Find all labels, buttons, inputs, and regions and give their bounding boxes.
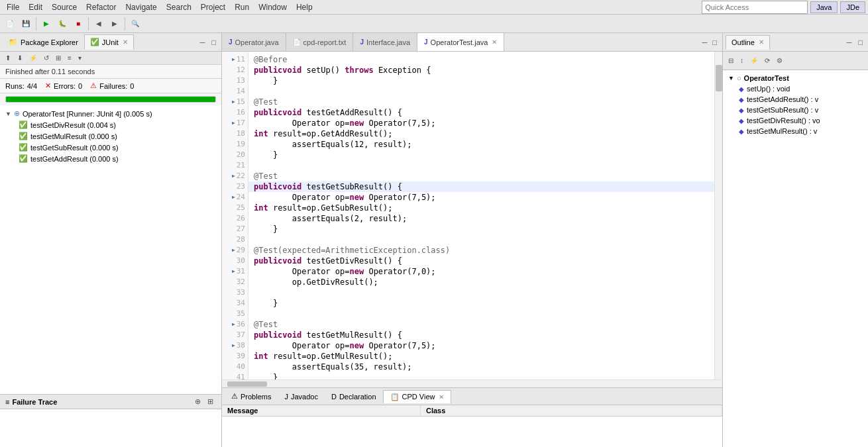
outline-settings-btn[interactable]: ⚙	[774, 56, 785, 66]
junit-menu-btn[interactable]: ▾	[76, 53, 84, 63]
outline-toolbar: ⊟ ↕ ⚡ ⟳ ⚙	[723, 52, 868, 70]
outline-sync-btn[interactable]: ⟳	[762, 56, 773, 66]
junit-test-row-1[interactable]: ✅ testGetMulResult (0.000 s)	[0, 130, 221, 142]
editor-maximize-btn[interactable]: □	[710, 37, 720, 48]
declaration-label: Declaration	[339, 393, 376, 401]
outline-method-1[interactable]: ◆ testGetAddResult() : v	[723, 94, 868, 105]
progress-bar	[6, 97, 215, 102]
outline-label: Outline	[732, 38, 755, 46]
quick-access-input[interactable]	[702, 1, 808, 14]
outline-minimize-btn[interactable]: ─	[844, 37, 855, 48]
code-line-36: @Test	[248, 319, 714, 330]
code-line-13: }	[248, 75, 714, 86]
junit-suite-row[interactable]: ▼ ⊕ OperatorTest [Runner: JUnit 4] (0.00…	[0, 108, 221, 119]
tab-declaration[interactable]: D Declaration	[325, 391, 383, 403]
cpd-view-close-btn[interactable]: ✕	[439, 393, 444, 401]
suite-label: OperatorTest [Runner: JUnit 4] (0.005 s)	[23, 110, 152, 118]
outline-method-2[interactable]: ◆ testGetSubResult() : v	[723, 105, 868, 115]
perspective-java-button[interactable]: Java	[810, 1, 838, 13]
toolbar-separator-3	[125, 17, 125, 30]
debug-button[interactable]: 🐛	[55, 17, 70, 31]
bottom-content: Message Class	[222, 405, 722, 447]
menu-refactor[interactable]: Refactor	[82, 1, 120, 13]
pass-icon-1: ✅	[19, 132, 28, 140]
junit-test-row-2[interactable]: ✅ testGetSubResult (0.000 s)	[0, 142, 221, 153]
operatortest-close-btn[interactable]: ✕	[492, 38, 497, 46]
junit-tree: ▼ ⊕ OperatorTest [Runner: JUnit 4] (0.00…	[0, 105, 221, 394]
scroll-thumb[interactable]	[716, 65, 722, 91]
menu-help[interactable]: Help	[292, 1, 317, 13]
line-num-25: 25	[222, 203, 248, 213]
tab-operator-java[interactable]: J Operator.java	[222, 33, 286, 51]
outline-method-4[interactable]: ◆ testGetMulResult() : v	[723, 126, 868, 136]
right-panel-tabs: Outline ✕ ─ □	[723, 33, 868, 52]
test-label-3: testGetAddResult (0.000 s)	[30, 155, 119, 163]
outline-collapse-all-btn[interactable]: ⊟	[726, 56, 736, 66]
failures-value: 0	[130, 82, 134, 90]
errors-stat: ✕ Errors: 0	[45, 81, 82, 90]
failure-trace-expand-btn[interactable]: ⊞	[205, 396, 216, 407]
outline-class-icon: ○	[737, 74, 741, 82]
right-panel: Outline ✕ ─ □ ⊟ ↕ ⚡ ⟳ ⚙ ▼ ○ OperatorTest	[722, 33, 868, 447]
run-button[interactable]: ▶	[39, 17, 54, 31]
tab-javadoc[interactable]: J Javadoc	[278, 391, 324, 403]
minimize-panel-button[interactable]: ─	[197, 37, 208, 48]
junit-layout-btn[interactable]: ≡	[65, 53, 74, 63]
center-panel: J Operator.java 📄 cpd-report.txt J Inter…	[222, 33, 722, 447]
tab-cpd-report[interactable]: 📄 cpd-report.txt	[286, 33, 354, 51]
tab-operatortest-java[interactable]: J OperatorTest.java ✕	[417, 33, 504, 51]
package-explorer-icon: 📁	[9, 38, 18, 46]
code-line-33	[248, 287, 714, 298]
line-num-13: 13	[222, 75, 248, 86]
code-line-21	[248, 160, 714, 171]
outline-method-0[interactable]: ◆ setUp() : void	[723, 83, 868, 94]
menu-source[interactable]: Source	[48, 1, 81, 13]
menu-window[interactable]: Window	[254, 1, 291, 13]
outline-method-3[interactable]: ◆ testGetDivResult() : vo	[723, 115, 868, 126]
junit-rerun-btn[interactable]: ↺	[41, 53, 52, 63]
junit-close-icon[interactable]: ✕	[123, 38, 128, 46]
new-button[interactable]: 📄	[3, 17, 17, 31]
tab-package-explorer[interactable]: 📁 Package Explorer	[3, 34, 84, 50]
runs-value: 4/4	[27, 82, 37, 90]
search-button[interactable]: 🔍	[128, 17, 142, 31]
outline-maximize-btn[interactable]: □	[855, 37, 865, 48]
menu-search[interactable]: Search	[162, 1, 195, 13]
failure-trace-panel: ≡ Failure Trace ⊕ ⊞	[0, 394, 221, 447]
outline-class-item[interactable]: ▼ ○ OperatorTest	[723, 73, 868, 83]
tab-cpd-view[interactable]: 📋 CPD View ✕	[383, 390, 452, 403]
interface-java-icon: J	[360, 38, 364, 46]
stop-button[interactable]: ■	[71, 17, 85, 31]
menu-run[interactable]: Run	[231, 1, 253, 13]
outline-close-icon[interactable]: ✕	[759, 38, 764, 46]
outline-filter-btn[interactable]: ⚡	[747, 56, 761, 66]
perspective-jde-button[interactable]: JDe	[840, 1, 865, 13]
horizontal-scrollbar[interactable]	[222, 379, 722, 387]
tab-interface-java[interactable]: J Interface.java	[353, 33, 417, 51]
tab-problems[interactable]: ⚠ Problems	[225, 390, 278, 403]
tab-junit[interactable]: ✅ JUnit ✕	[84, 34, 134, 50]
save-button[interactable]: 💾	[19, 17, 33, 31]
menu-file[interactable]: File	[3, 1, 23, 13]
method-label-1: testGetAddResult() : v	[747, 95, 818, 103]
forward-button[interactable]: ▶	[107, 17, 122, 31]
junit-test-row-3[interactable]: ✅ testGetAddResult (0.000 s)	[0, 153, 221, 164]
line-num-24: ▶24	[222, 192, 248, 203]
cpd-report-label: cpd-report.txt	[303, 38, 347, 46]
junit-next-failure-btn[interactable]: ⬇	[15, 53, 25, 63]
failure-trace-copy-btn[interactable]: ⊕	[192, 396, 203, 407]
editor-minimize-btn[interactable]: ─	[700, 37, 710, 48]
outline-sort-btn[interactable]: ↕	[737, 56, 746, 66]
menu-project[interactable]: Project	[197, 1, 229, 13]
h-scroll-thumb[interactable]	[227, 381, 267, 387]
menu-navigate[interactable]: Navigate	[121, 1, 160, 13]
maximize-panel-button[interactable]: □	[209, 37, 219, 48]
junit-filter-btn[interactable]: ⚡	[27, 53, 40, 63]
problems-icon: ⚠	[231, 392, 238, 401]
junit-test-row-0[interactable]: ✅ testGetDivResult (0.004 s)	[0, 119, 221, 130]
menu-edit[interactable]: Edit	[25, 1, 46, 13]
back-button[interactable]: ◀	[91, 17, 106, 31]
junit-history-btn[interactable]: ⊞	[53, 53, 64, 63]
tab-outline[interactable]: Outline ✕	[726, 35, 770, 50]
junit-prev-failure-btn[interactable]: ⬆	[3, 53, 13, 63]
